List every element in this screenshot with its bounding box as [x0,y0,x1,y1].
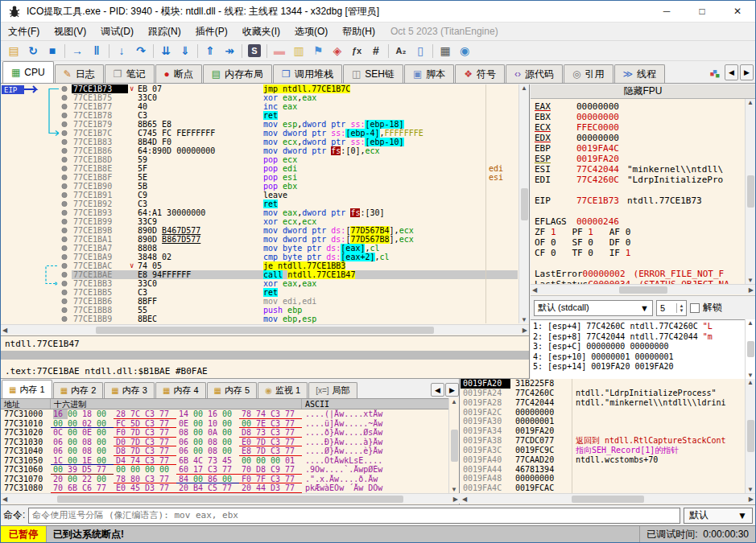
argument-row[interactable]: 4: [esp+10] 00000001 00000001 [533,352,755,363]
function-analysis-icon[interactable]: ƒx [347,42,366,60]
dump-tab-memory[interactable]: ▦内存 3 [104,382,155,398]
argument-row[interactable]: 1: [esp+4] 77C4260C ntdll.77C4260C "L [533,322,755,332]
strings-icon[interactable]: A₂ [391,42,411,60]
stack-row[interactable]: 0019FA4800000000 [461,474,744,483]
dump-row[interactable]: 77C310501C001E00D474C3776B4C734500000001… [1,456,448,466]
registers-horizontal-scrollbar[interactable]: ◀▶ [531,284,755,294]
disasm-row[interactable]: 77CE1B78C3ret [72,111,518,120]
registers-vertical-scrollbar[interactable]: ▲▼ [745,99,755,284]
stack-row[interactable]: 0019FA4446781394 [461,465,744,475]
menu-item-o[interactable]: 选项(O) [287,23,335,40]
stack-vertical-scrollbar[interactable]: ▲▼ [745,379,755,493]
register-list[interactable]: EAX00000000EBX00000000ECXFFEC0000EDX0000… [531,99,744,284]
restart-icon[interactable]: ↻ [23,42,43,60]
stack-row[interactable]: 0019FA2031B225F8 [461,379,744,389]
stop-icon[interactable]: ■ [43,42,62,60]
stack-row[interactable]: 0019FA2C00000000 [461,408,744,418]
disasm-vertical-scrollbar[interactable]: ▲▼ [518,84,529,323]
disasm-row[interactable]: 77CE1B8E5Fpop ediedi [72,164,518,173]
argument-row[interactable]: 3: [esp+C] 00000000 00000000 [533,342,755,352]
disasm-row[interactable]: 77CE1BB68BFFmov edi,edi [72,297,518,306]
hash-icon[interactable]: # [366,42,386,60]
tab-breakpoints[interactable]: ●断点 [155,64,202,83]
disasm-row[interactable]: 77CE1BA93848 02cmp byte ptr ds:[eax+2],c… [72,253,518,261]
step-out-icon[interactable]: ⇑ [200,42,220,60]
tab-references[interactable]: ◎引用 [564,64,613,83]
disassembly-rows[interactable]: 77CE1B73∨EB 07jmp ntdll.77CE1B7C77CE1B75… [72,84,518,323]
spinner-arrows-icon[interactable]: ▲▼ [676,303,686,313]
tab-memory-map[interactable]: ▤内存布局 [203,64,272,83]
stack-horizontal-scrollbar[interactable]: ◀▶ [461,493,755,504]
tab-scroll-right-button[interactable]: ▶ [740,64,754,80]
tab-seh-chain[interactable]: ◫SEH链 [343,64,403,83]
disasm-row[interactable]: 77CE1BB98BECmov ebp,esp [72,315,518,323]
dump-row[interactable]: 77C31070200022007880C37784008600F07FC377… [1,475,448,484]
labels-icon[interactable]: ⚑ [308,42,328,60]
disasm-row[interactable]: 77CE1B838B4D F0mov ecx,dword ptr ss:[ebp… [72,138,518,146]
disasm-row[interactable]: 77CE1B905Bpop ebx [72,182,518,191]
disasm-row[interactable]: 77CE1B91C9leave [72,191,518,200]
unlock-checkbox[interactable] [690,303,700,313]
tab-log[interactable]: ✎日志 [55,64,104,83]
command-input[interactable] [28,508,680,524]
menu-item-n[interactable]: 跟踪(N) [141,23,188,40]
menu-item-i[interactable]: 收藏夹(I) [235,23,287,40]
disasm-row[interactable]: 77CE1B9B890D B467D577mov dword ptr ds:[7… [72,226,518,235]
dump-tabs-scroll-right-button[interactable]: ▶ [445,383,459,397]
menu-item-v[interactable]: 视图(V) [47,23,93,40]
command-profile-select[interactable]: 默认▼ [684,508,753,524]
tab-symbols[interactable]: ❖符号 [455,64,505,83]
minimize-button[interactable]: ─ [649,1,684,23]
dump-row[interactable]: 77C3104006000800D87DC37706000800E87DC377… [1,446,448,456]
stack-row[interactable]: 0019FA2877C42044ntdll."minkernel\\ntdll\… [461,398,744,408]
disasm-row[interactable]: 77CE1B7740inc eax [72,102,518,111]
maximize-button[interactable]: □ [684,1,720,23]
call-arguments-panel[interactable]: 1: [esp+4] 77C4260C ntdll.77C4260C "L2: … [531,319,755,379]
dump-horizontal-scrollbar[interactable]: ◀▶ [1,493,460,504]
stack-row[interactable]: 0019FA4C0019FCAC [461,483,744,493]
dump-tab-memory[interactable]: ▦内存 2 [53,382,104,398]
disasm-row[interactable]: 77CE1B8F5Epop esiesi [72,173,518,182]
dump-tab-locals[interactable]: [x=]局部 [308,382,357,398]
tab-scroll-left-button[interactable]: ◀ [725,64,738,80]
dump-row[interactable]: 77C31080706BC677E045D37720B4C5772044D377… [1,483,448,493]
disasm-row[interactable]: 77CE1B8664:890D 00000000mov dword ptr fs… [72,146,518,155]
seh-chain-icon[interactable]: S [245,42,264,60]
disasm-row[interactable]: 77CE1B798B65 E8mov esp,dword ptr ss:[ebp… [72,120,518,129]
dump-tab-memory[interactable]: ▦内存 5 [207,382,258,398]
disasm-row[interactable]: 77CE1B8D59pop ecx [72,155,518,164]
arguments-vertical-scrollbar[interactable]: ▲▼ [745,319,755,379]
stack-row[interactable]: 0019FA340019FA20 [461,426,744,436]
pause-icon[interactable]: ‖ [87,42,106,60]
trace-into-icon[interactable]: ⇊ [156,42,176,60]
close-button[interactable]: ✕ [720,1,755,23]
disasm-row[interactable]: 77CE1BA78808mov byte ptr ds:[eax],cl [72,244,518,253]
trace-over-icon[interactable]: ⇓ [176,42,195,60]
patch-icon[interactable]: ▬ [270,42,289,60]
disassembly-pane[interactable]: EIP 77CE1B73∨EB 07jmp ntdll.77CE1B7C77CE… [1,84,530,379]
disasm-horizontal-scrollbar[interactable]: ◀▶ [1,324,529,335]
tab-notes[interactable]: ❐笔记 [105,64,155,83]
disasm-row[interactable]: 77CE1BA1890D B867D577mov dword ptr ds:[7… [72,235,518,244]
tab-script[interactable]: ▣脚本 [404,64,454,83]
disasm-row[interactable]: 77CE1BAC∨74 05je ntdll.77CE1BB3 [72,261,518,270]
step-into-icon[interactable]: ↓ [112,42,131,60]
disasm-row[interactable]: 77CE1BAEE8 94FFFFFFcall ntdll.77CE1B47 [72,270,518,279]
stack-row[interactable]: 0019FA3C0019FC9C指向SEH_Record[1]的指针 [461,446,744,455]
step-over-icon[interactable]: ↷ [131,42,151,60]
menu-item-d[interactable]: 调试(D) [93,23,141,40]
argument-row[interactable]: 5: [esp+14] 0019FA20 0019FA20 [533,362,755,372]
tab-call-stack[interactable]: ❒调用堆栈 [273,64,342,83]
menu-item-f[interactable]: 文件(F) [1,23,47,40]
help-globe-icon[interactable]: ◉ [455,42,474,60]
dump-row[interactable]: 77C3100016001800287CC377140016007874C377… [1,409,448,419]
dump-row[interactable]: 77C3101000000200FC5DC3770E001000007EC377… [1,419,448,429]
stack-row[interactable]: 0019FA2477C4260Cntdll."LdrpInitializePro… [461,389,744,398]
dump-vertical-scrollbar[interactable]: ▲▼ [448,398,459,493]
dump-tab-memory[interactable]: ▦内存 1 [2,380,52,398]
run-icon[interactable]: → [68,42,87,60]
calculator-icon[interactable]: ▦ [436,42,455,60]
bookmarks-icon[interactable]: ◈ [328,42,347,60]
dump-tabs-scroll-left-button[interactable]: ◀ [431,383,444,397]
calling-convention-select[interactable]: 默认 (stdcall)▼ [534,300,653,316]
